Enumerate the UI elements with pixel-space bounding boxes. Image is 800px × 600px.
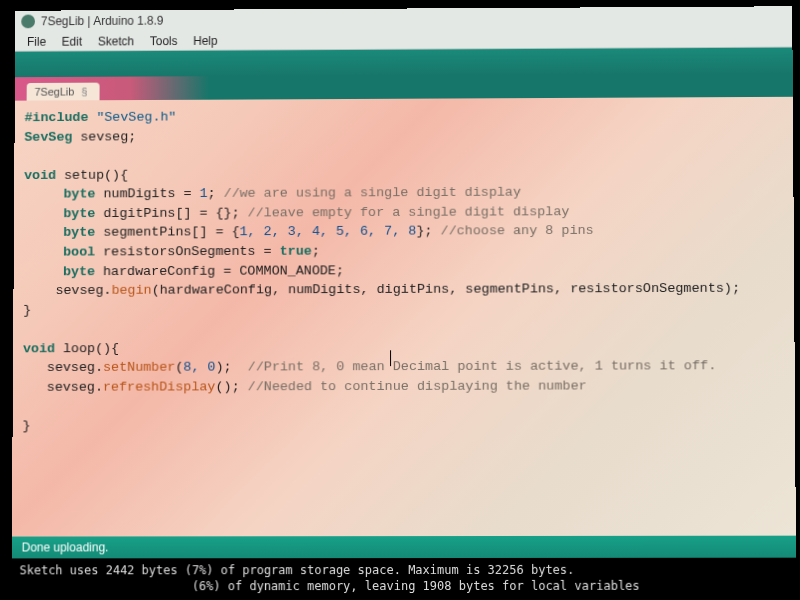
- output-console[interactable]: Sketch uses 2442 bytes (7%) of program s…: [11, 558, 796, 600]
- status-text: Done uploading.: [22, 540, 109, 554]
- window-title: 7SegLib | Arduino 1.8.9: [41, 14, 164, 28]
- console-line: Sketch uses 2442 bytes (7%) of program s…: [19, 563, 574, 577]
- arduino-app-icon: [21, 15, 35, 29]
- menu-help[interactable]: Help: [187, 32, 223, 50]
- arduino-ide-window: 7SegLib | Arduino 1.8.9 File Edit Sketch…: [11, 6, 796, 600]
- statusbar: Done uploading.: [12, 536, 796, 559]
- menu-edit[interactable]: Edit: [56, 32, 88, 50]
- text-cursor: [390, 350, 391, 366]
- code-editor[interactable]: #include "SevSeg.h" SevSeg sevseg; void …: [12, 97, 796, 537]
- menu-tools[interactable]: Tools: [144, 32, 184, 50]
- menu-file[interactable]: File: [21, 33, 52, 51]
- tab-label: 7SegLib: [35, 86, 75, 98]
- tab-sketch[interactable]: 7SegLib: [27, 83, 100, 101]
- menu-sketch[interactable]: Sketch: [92, 32, 140, 50]
- console-line: (6%) of dynamic memory, leaving 1908 byt…: [19, 579, 639, 593]
- toolbar: [15, 48, 793, 78]
